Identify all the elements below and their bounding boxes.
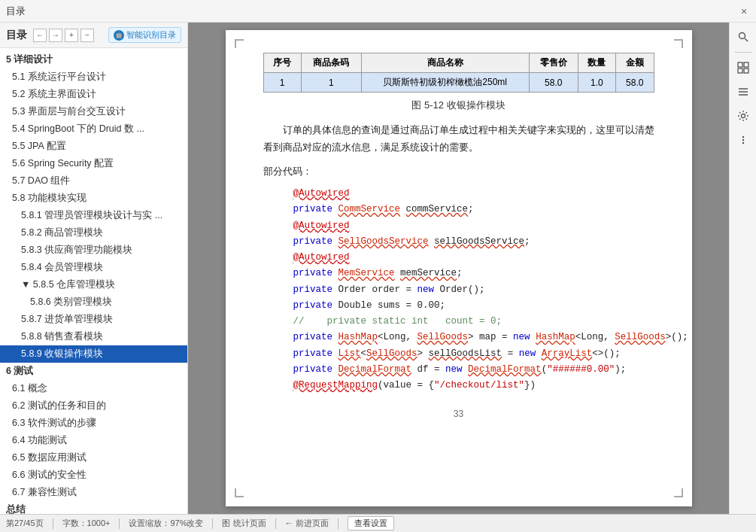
toc-label: 5.1 系统运行平台设计 bbox=[12, 71, 106, 84]
search-btn[interactable] bbox=[732, 26, 754, 48]
svg-rect-4 bbox=[738, 68, 742, 73]
code-line-5: @Autowired bbox=[293, 250, 654, 266]
toc-label: 5.8.7 进货单管理模块 bbox=[21, 313, 113, 326]
status-view: 图 统计页面 bbox=[222, 518, 266, 529]
toc-item-s57[interactable]: 5.7 DAO 组件 bbox=[0, 172, 187, 190]
toc-item-s56[interactable]: 5.6 Spring Security 配置 bbox=[0, 155, 187, 172]
ai-recognition-btn[interactable]: 🤖 智能识别目录 bbox=[108, 27, 181, 43]
table-header-amount: 金额 bbox=[616, 53, 654, 73]
nav-back-icon[interactable]: ← bbox=[33, 29, 47, 42]
paragraph-2-label: 部分代码： bbox=[263, 163, 654, 180]
toc-item-s52[interactable]: 5.2 系统主界面设计 bbox=[0, 86, 187, 103]
page-container: 序号 商品条码 商品名称 零售价 数量 金额 1 1 bbox=[188, 23, 729, 514]
svg-point-11 bbox=[742, 139, 743, 141]
toc-item-s5[interactable]: 5 详细设计 bbox=[0, 51, 187, 68]
table-cell-name: 贝斯斯特初级初榨橄榄油250ml bbox=[361, 73, 529, 93]
code-line-13: @RequestMapping(value = {"/checkout/list… bbox=[293, 378, 654, 394]
toc-item-s64[interactable]: 6.4 功能测试 bbox=[0, 432, 187, 449]
toc-item-s55[interactable]: 5.5 JPA 配置 bbox=[0, 138, 187, 155]
toc-label: 总结 bbox=[6, 503, 26, 514]
toc-item-conclusion[interactable]: 总结 bbox=[0, 501, 187, 514]
code-line-7: private Order order = new Order(); bbox=[293, 282, 654, 298]
sidebar-title: 目录 bbox=[6, 29, 27, 42]
code-line-10: private HashMap<Long, SellGoods> map = n… bbox=[293, 330, 654, 345]
toc-item-s588[interactable]: 5.8.8 销售查看模块 bbox=[0, 328, 187, 345]
code-line-4: private SellGoodsService sellGoodsServic… bbox=[293, 234, 654, 250]
code-line-11: private List<SellGoods> sellGoodsList = … bbox=[293, 346, 654, 362]
toc-label: 6.4 功能测试 bbox=[12, 434, 67, 447]
toc-item-s586[interactable]: 5.8.6 类别管理模块 bbox=[0, 293, 187, 311]
table-header-name: 商品名称 bbox=[361, 53, 529, 73]
close-icon[interactable]: × bbox=[738, 5, 750, 17]
code-line-1: @Autowired bbox=[293, 186, 654, 202]
settings-btn[interactable] bbox=[732, 105, 754, 127]
toc-item-s62[interactable]: 6.2 测试的任务和目的 bbox=[0, 397, 187, 415]
toc-item-s58[interactable]: 5.8 功能模块实现 bbox=[0, 190, 187, 207]
right-toolbar bbox=[729, 23, 756, 514]
toc-item-s584[interactable]: 5.8.4 会员管理模块 bbox=[0, 259, 187, 276]
code-line-9: // private static int count = 0; bbox=[293, 314, 654, 330]
code-line-12: private DecimalFormat df = new DecimalFo… bbox=[293, 362, 654, 378]
toc-item-s67[interactable]: 6.7 兼容性测试 bbox=[0, 484, 187, 501]
top-bar: 目录 × bbox=[0, 0, 756, 23]
menu-btn[interactable] bbox=[732, 81, 754, 103]
toc-label: 5.8.1 管理员管理模块设计与实 ... bbox=[21, 209, 162, 222]
table-header-no: 序号 bbox=[263, 53, 301, 73]
status-settings-btn[interactable]: 查看设置 bbox=[348, 516, 394, 530]
toc-label: 5.6 Spring Security 配置 bbox=[12, 157, 114, 170]
nav-add-icon[interactable]: + bbox=[65, 29, 78, 42]
toc-label: 6.5 数据应用测试 bbox=[12, 451, 87, 464]
window-title: 目录 bbox=[6, 5, 26, 18]
svg-rect-2 bbox=[738, 62, 742, 67]
more-btn[interactable] bbox=[732, 129, 754, 151]
toc-label: 6 测试 bbox=[6, 365, 33, 378]
toc-label: 6.1 概念 bbox=[12, 382, 47, 395]
toc-item-s63[interactable]: 6.3 软件测试的步骤 bbox=[0, 415, 187, 432]
toc-label: 6.3 软件测试的步骤 bbox=[12, 417, 96, 430]
table-cell-price: 58.0 bbox=[529, 73, 578, 93]
toc-item-s589[interactable]: 5.8.9 收银操作模块 bbox=[0, 345, 187, 363]
toc-label: 5.8.4 会员管理模块 bbox=[21, 261, 103, 274]
toc-item-s61[interactable]: 6.1 概念 bbox=[0, 380, 187, 397]
grid-btn[interactable] bbox=[732, 56, 754, 79]
status-page-info: 第27/45页 bbox=[6, 518, 44, 529]
toc-label: 5.8.9 收银操作模块 bbox=[21, 348, 103, 360]
svg-point-0 bbox=[739, 33, 745, 39]
document-page: 序号 商品条码 商品名称 零售价 数量 金额 1 1 bbox=[226, 30, 692, 506]
content-area: 序号 商品条码 商品名称 零售价 数量 金额 1 1 bbox=[188, 23, 729, 514]
ai-btn-label: 智能识别目录 bbox=[126, 29, 176, 41]
svg-rect-5 bbox=[744, 68, 748, 73]
toc-item-s587[interactable]: 5.8.7 进货单管理模块 bbox=[0, 311, 187, 328]
toc-label: 5.5 JPA 配置 bbox=[12, 140, 66, 153]
toc-item-s583[interactable]: 5.8.3 供应商管理功能模块 bbox=[0, 242, 187, 259]
toc-item-s581[interactable]: 5.8.1 管理员管理模块设计与实 ... bbox=[0, 207, 187, 224]
toc-item-s54[interactable]: 5.4 SpringBoot 下的 Druid 数 ... bbox=[0, 120, 187, 138]
sidebar-nav-icons: ← → + − bbox=[33, 29, 94, 42]
code-line-6: private MemService memService; bbox=[293, 266, 654, 281]
nav-minus-icon[interactable]: − bbox=[80, 29, 94, 42]
toc-label: 6.6 测试的安全性 bbox=[12, 469, 87, 482]
toc-label: 5.8.3 供应商管理功能模块 bbox=[21, 244, 132, 257]
toc-item-s585[interactable]: ▼ 5.8.5 仓库管理模块 bbox=[0, 276, 187, 293]
code-line-8: private Double sums = 0.00; bbox=[293, 298, 654, 314]
toc-item-s6[interactable]: 6 测试 bbox=[0, 363, 187, 380]
toc-item-s51[interactable]: 5.1 系统运行平台设计 bbox=[0, 68, 187, 86]
toc-label: ▼ 5.8.5 仓库管理模块 bbox=[21, 278, 115, 291]
ai-icon: 🤖 bbox=[114, 30, 124, 41]
paragraph-1: 订单的具体信息的查询是通过商品订单生成过程中相关关键字来实现的，这里可以清楚看到… bbox=[263, 121, 654, 157]
toc-item-s66[interactable]: 6.6 测试的安全性 bbox=[0, 467, 187, 484]
main-container: 目录 ← → + − 🤖 智能识别目录 5 详细设计 5.1 系统运行平台设计 … bbox=[0, 23, 756, 514]
status-bar: 第27/45页 字数：1000+ 设置缩放：97%改变 图 统计页面 ← 前进页… bbox=[0, 514, 756, 532]
toc-label: 5.4 SpringBoot 下的 Druid 数 ... bbox=[12, 123, 144, 135]
status-nav: ← 前进页面 bbox=[285, 518, 329, 529]
toc-item-s582[interactable]: 5.8.2 商品管理模块 bbox=[0, 224, 187, 242]
status-word-count: 字数：1000+ bbox=[62, 518, 111, 529]
nav-forward-icon[interactable]: → bbox=[49, 29, 62, 42]
toc-label: 5.7 DAO 组件 bbox=[12, 175, 70, 187]
toc-item-s65[interactable]: 6.5 数据应用测试 bbox=[0, 449, 187, 467]
table-cell-amount: 58.0 bbox=[616, 73, 654, 93]
toc-item-s53[interactable]: 5.3 界面层与前台交互设计 bbox=[0, 103, 187, 120]
toc-label: 5.2 系统主界面设计 bbox=[12, 88, 96, 101]
sidebar: 目录 ← → + − 🤖 智能识别目录 5 详细设计 5.1 系统运行平台设计 … bbox=[0, 23, 188, 514]
toc-label: 5.8.6 类别管理模块 bbox=[30, 296, 112, 309]
